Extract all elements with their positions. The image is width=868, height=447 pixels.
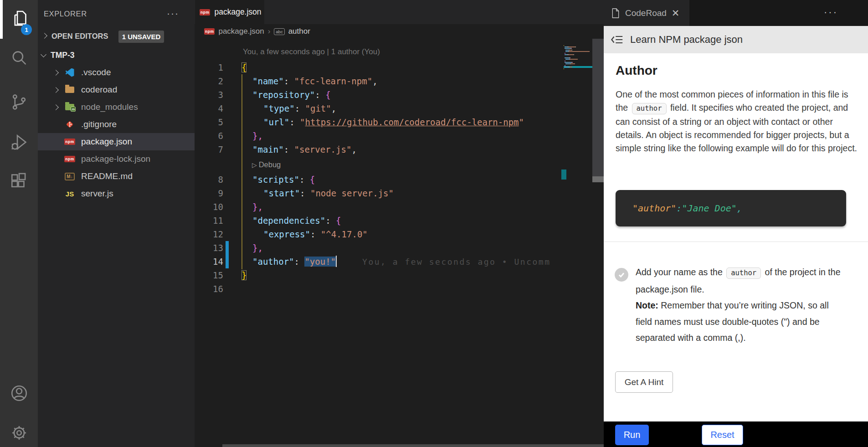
- code-line-7[interactable]: 7"main": "server.js",: [195, 143, 564, 156]
- code-line-14[interactable]: 14"author": "you!"You, a few seconds ago…: [195, 255, 564, 268]
- run-button[interactable]: Run: [615, 425, 649, 445]
- chevron-right-icon: [53, 70, 59, 76]
- run-debug-icon: [10, 133, 29, 152]
- lesson-paragraph: One of the most common pieces of informa…: [616, 88, 860, 155]
- divider: [604, 241, 868, 242]
- coderoad-more-actions-icon[interactable]: ···: [824, 6, 838, 18]
- file-name: server.js: [81, 189, 113, 199]
- code-line-12[interactable]: 12"express": "^4.17.0": [195, 227, 564, 241]
- code-line-8[interactable]: 8"scripts": {: [195, 173, 564, 186]
- file-tree-item-README-md[interactable]: M↓README.md: [38, 168, 195, 185]
- folder-icon: [64, 84, 76, 96]
- activity-item-source-control[interactable]: [0, 86, 38, 118]
- coderoad-tab-bar: CodeRoad ✕ ···: [604, 0, 868, 26]
- npm-file-icon: npm: [200, 9, 210, 15]
- activity-item-settings[interactable]: [0, 417, 38, 447]
- sidebar-more-actions-icon[interactable]: ···: [167, 8, 179, 19]
- tab-coderoad[interactable]: CodeRoad ✕: [604, 0, 689, 26]
- npm-icon: npm: [64, 136, 76, 148]
- codelens-debug[interactable]: Debug: [195, 156, 564, 173]
- npm-icon: npm: [64, 153, 76, 165]
- vertical-scrollbar[interactable]: [592, 39, 604, 182]
- account-icon: [10, 384, 29, 403]
- overview-ruler-selection-marker: [561, 170, 566, 180]
- gitlens-file-blame[interactable]: You, a few seconds ago | 1 author (You): [243, 47, 380, 57]
- line-number: 16: [195, 282, 223, 296]
- inline-code-chip: author: [726, 267, 761, 279]
- breadcrumb: npm package.json › abc author: [195, 24, 604, 39]
- example-code-block: "author": "Jane Doe",: [616, 190, 846, 226]
- code-line-1[interactable]: 1{: [195, 61, 564, 74]
- activity-item-run-debug[interactable]: [0, 126, 38, 158]
- code-line-2[interactable]: 2"name": "fcc-learn-npm",: [195, 74, 564, 88]
- activity-item-account[interactable]: [0, 377, 38, 409]
- breadcrumb-separator: ›: [268, 27, 271, 36]
- tab-title: package.json: [214, 7, 261, 17]
- search-icon: [10, 49, 29, 68]
- sidebar-title: EXPLORER: [44, 10, 87, 18]
- file-tree-item--gitignore[interactable]: .gitignore: [38, 116, 195, 133]
- code-line-15[interactable]: 15}: [195, 268, 564, 282]
- chevron-right-icon: [53, 87, 59, 93]
- breadcrumb-file[interactable]: package.json: [218, 27, 264, 36]
- file-name: .gitignore: [81, 119, 117, 129]
- activity-bar: 1: [0, 0, 38, 447]
- code-line-3[interactable]: 3"repository": {: [195, 88, 564, 102]
- get-hint-button[interactable]: Get A Hint: [615, 371, 673, 393]
- line-number: 11: [195, 214, 223, 227]
- menu-collapse-icon[interactable]: [611, 34, 624, 45]
- file-name: package.json: [81, 137, 132, 147]
- code-line-6[interactable]: 6},: [195, 129, 564, 143]
- breadcrumb-symbol[interactable]: author: [288, 27, 310, 36]
- line-number: 2: [195, 74, 223, 88]
- code-line-5[interactable]: 5"url": "https://github.com/coderoad/fcc…: [195, 115, 564, 129]
- editor-count-badge: 1: [21, 24, 32, 35]
- file-tree-item-node-modules[interactable]: JSnode_modules: [38, 98, 195, 116]
- coderoad-content: Author One of the most common pieces of …: [604, 53, 868, 421]
- file-tree-item-server-js[interactable]: JSserver.js: [38, 185, 195, 202]
- code-line-16[interactable]: 16: [195, 282, 564, 296]
- code-line-4[interactable]: 4"type": "git",: [195, 102, 564, 115]
- file-name: node_modules: [81, 102, 138, 112]
- settings-icon: [10, 423, 29, 442]
- file-tree-item-package-lock-json[interactable]: npmpackage-lock.json: [38, 150, 195, 168]
- reset-button[interactable]: Reset: [702, 425, 743, 445]
- git-icon: [64, 118, 76, 130]
- editor-group: npm package.json npm package.json › abc …: [195, 0, 604, 447]
- close-icon[interactable]: ✕: [672, 8, 680, 19]
- code-line-10[interactable]: 10},: [195, 200, 564, 214]
- line-number: 6: [195, 129, 223, 143]
- activity-item-search[interactable]: [0, 42, 38, 74]
- source-control-icon: [10, 92, 29, 112]
- explorer-sidebar: EXPLORER ··· OPEN EDITORS 1 UNSAVED TMP-…: [38, 0, 195, 447]
- chevron-down-icon: [41, 51, 46, 57]
- code-line-11[interactable]: 11"dependencies": {: [195, 214, 564, 227]
- code-line-9[interactable]: 9"start": "node server.js": [195, 186, 564, 200]
- js-icon: JS: [64, 188, 76, 200]
- code-line-13[interactable]: 13},: [195, 241, 564, 255]
- horizontal-scrollbar[interactable]: [222, 444, 604, 447]
- minimap[interactable]: [564, 45, 592, 99]
- editor-tab-bar: npm package.json: [195, 0, 604, 24]
- file-tree-item-package-json[interactable]: npmpackage.json: [38, 133, 195, 150]
- root-folder-row[interactable]: TMP-3: [38, 47, 195, 64]
- tab-package-json[interactable]: npm package.json: [195, 0, 264, 24]
- overview-ruler-marker: [592, 176, 604, 182]
- coderoad-header: Learn NPM package json: [604, 26, 868, 53]
- inline-blame: You, a few seconds ago • Uncomm: [362, 257, 550, 267]
- open-editors-section[interactable]: OPEN EDITORS 1 UNSAVED: [38, 28, 195, 45]
- root-folder-label: TMP-3: [51, 51, 75, 60]
- line-number: 8: [195, 173, 223, 186]
- coderoad-tab-title: CodeRoad: [625, 8, 667, 18]
- line-number: 12: [195, 227, 223, 241]
- coderoad-panel: CodeRoad ✕ ··· Learn NPM package json Au…: [604, 0, 868, 447]
- chevron-right-icon: [41, 33, 47, 39]
- activity-item-explorer[interactable]: 1: [0, 3, 38, 35]
- task-description: Add your name as the author of the proje…: [636, 264, 842, 346]
- code-editor[interactable]: 1{2"name": "fcc-learn-npm",3"repository"…: [195, 61, 564, 296]
- line-number: 1: [195, 61, 223, 74]
- file-tree-item--vscode[interactable]: .vscode: [38, 64, 195, 81]
- file-tree-item-coderoad[interactable]: coderoad: [38, 81, 195, 98]
- activity-item-extensions[interactable]: [0, 165, 38, 197]
- line-number: 7: [195, 143, 223, 156]
